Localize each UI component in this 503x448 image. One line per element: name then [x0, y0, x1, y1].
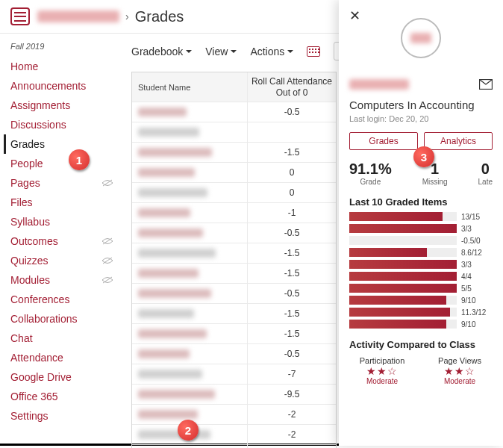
mail-icon[interactable]: [479, 79, 493, 90]
avatar[interactable]: [401, 18, 441, 58]
nav-item-google-drive[interactable]: Google Drive: [10, 367, 119, 387]
student-name-redacted[interactable]: [138, 390, 215, 399]
gb-row[interactable]: -0.5: [132, 284, 336, 304]
hidden-icon: [101, 276, 113, 284]
gb-row[interactable]: -0.5: [132, 445, 336, 448]
gb-col-student[interactable]: Student Name: [132, 72, 248, 102]
grades-button[interactable]: Grades: [349, 132, 418, 150]
gb-row[interactable]: 0: [132, 183, 336, 203]
gb-cell-value[interactable]: -0.5: [248, 284, 336, 303]
analytics-button[interactable]: Analytics: [424, 132, 493, 150]
student-name-redacted[interactable]: [138, 228, 203, 237]
gb-cell-value[interactable]: -2: [248, 405, 336, 424]
student-name-redacted[interactable]: [138, 289, 211, 298]
student-name-redacted[interactable]: [138, 168, 195, 177]
gb-row[interactable]: -9.5: [132, 385, 336, 405]
callout-3: 3: [413, 146, 434, 167]
nav-item-announcements[interactable]: Announcements: [10, 76, 119, 96]
gb-cell-value[interactable]: -2: [248, 425, 336, 444]
student-name-redacted[interactable]: [138, 269, 199, 278]
student-name-redacted[interactable]: [138, 370, 202, 379]
gb-cell-value[interactable]: -0.5: [248, 445, 336, 448]
gb-cell-value[interactable]: -9.5: [248, 385, 336, 404]
student-name-redacted[interactable]: [138, 349, 190, 358]
gradebook-menu[interactable]: Gradebook: [131, 46, 192, 57]
view-menu[interactable]: View: [205, 46, 237, 57]
nav-item-settings[interactable]: Settings: [10, 406, 119, 426]
gb-row[interactable]: -1.5: [132, 304, 336, 324]
gb-row[interactable]: -7: [132, 364, 336, 385]
nav-item-modules[interactable]: Modules: [10, 270, 119, 290]
student-name-redacted[interactable]: [138, 208, 190, 217]
gb-cell-value[interactable]: -0.5: [248, 344, 336, 364]
nav-item-attendance[interactable]: Attendance: [10, 348, 119, 367]
panel-last-login: Last login: Dec 20, 20: [349, 114, 493, 123]
gb-row[interactable]: -1.5: [132, 264, 336, 284]
gb-cell-value[interactable]: -1.5: [248, 143, 336, 162]
grade-bar: 3/3: [349, 224, 493, 233]
nav-item-files[interactable]: Files: [10, 193, 119, 212]
nav-item-quizzes[interactable]: Quizzes: [10, 251, 119, 270]
grade-bar: 8.6/12: [349, 248, 493, 257]
nav-item-office-365[interactable]: Office 365: [10, 387, 119, 406]
gb-row[interactable]: -0.5: [132, 223, 336, 243]
caret-down-icon: [231, 50, 237, 56]
gb-col-assignment[interactable]: Roll Call Attendance Out of 0: [248, 72, 336, 102]
stat-grade: 91.1%Grade: [349, 161, 392, 186]
gb-cell-value[interactable]: -0.5: [248, 223, 336, 243]
student-name-redacted[interactable]: [138, 309, 194, 318]
gb-row[interactable]: -1.5: [132, 243, 336, 264]
student-name-redacted[interactable]: [138, 430, 210, 439]
student-name-redacted[interactable]: [138, 108, 187, 116]
gb-cell-value[interactable]: -1.5: [248, 304, 336, 323]
gb-cell-value[interactable]: 0: [248, 183, 336, 202]
gb-cell-value[interactable]: -1.5: [248, 324, 336, 343]
gb-cell-value[interactable]: 0: [248, 163, 336, 182]
course-name-redacted[interactable]: [37, 10, 119, 22]
close-icon[interactable]: ✕: [349, 8, 360, 23]
gb-row[interactable]: -0.5: [132, 102, 336, 122]
hidden-icon: [101, 179, 113, 187]
nav-item-grades[interactable]: Grades: [4, 134, 119, 154]
gb-row[interactable]: -1.5: [132, 143, 336, 163]
hidden-icon: [101, 257, 113, 264]
gb-row[interactable]: -1.5: [132, 324, 336, 344]
nav-item-discussions[interactable]: Discussions: [10, 115, 119, 134]
student-name-redacted[interactable]: [138, 188, 207, 197]
hamburger-icon[interactable]: [10, 7, 30, 25]
student-name-redacted[interactable]: [138, 249, 216, 258]
nav-item-conferences[interactable]: Conferences: [10, 290, 119, 309]
gb-cell-value[interactable]: -1.5: [248, 264, 336, 283]
gb-row[interactable]: -2: [132, 425, 336, 445]
nav-item-people[interactable]: People: [10, 154, 119, 173]
nav-item-collaborations[interactable]: Collaborations: [10, 309, 119, 329]
activity-title: Activity Compared to Class: [349, 339, 493, 350]
nav-item-assignments[interactable]: Assignments: [10, 96, 119, 115]
nav-item-outcomes[interactable]: Outcomes: [10, 231, 119, 251]
gb-cell-value[interactable]: -7: [248, 364, 336, 384]
gb-cell-value[interactable]: -1: [248, 203, 336, 223]
gb-cell-value[interactable]: -0.5: [248, 102, 336, 122]
nav-item-syllabus[interactable]: Syllabus: [10, 212, 119, 231]
gb-cell-value[interactable]: -1.5: [248, 243, 336, 263]
gb-cell-value[interactable]: [248, 122, 336, 142]
student-name-redacted[interactable]: [138, 410, 198, 419]
nav-item-home[interactable]: Home: [10, 57, 119, 76]
gb-row[interactable]: 0: [132, 163, 336, 183]
nav-item-pages[interactable]: Pages: [10, 173, 119, 193]
student-name-redacted[interactable]: [138, 128, 199, 137]
keyboard-icon[interactable]: [307, 46, 320, 57]
student-name-redacted[interactable]: [138, 148, 212, 157]
grade-bar: -0.5/0: [349, 236, 493, 245]
breadcrumb-sep: ›: [125, 10, 129, 22]
gb-row[interactable]: [132, 122, 336, 143]
gb-row[interactable]: -2: [132, 405, 336, 425]
gb-row[interactable]: -1: [132, 203, 336, 223]
student-name-redacted[interactable]: [138, 329, 207, 338]
nav-item-chat[interactable]: Chat: [10, 329, 119, 348]
actions-menu[interactable]: Actions: [250, 46, 293, 57]
callout-2: 2: [178, 420, 199, 441]
caret-down-icon: [186, 50, 192, 56]
gb-row[interactable]: -0.5: [132, 344, 336, 364]
grade-bar: 9/10: [349, 296, 493, 305]
